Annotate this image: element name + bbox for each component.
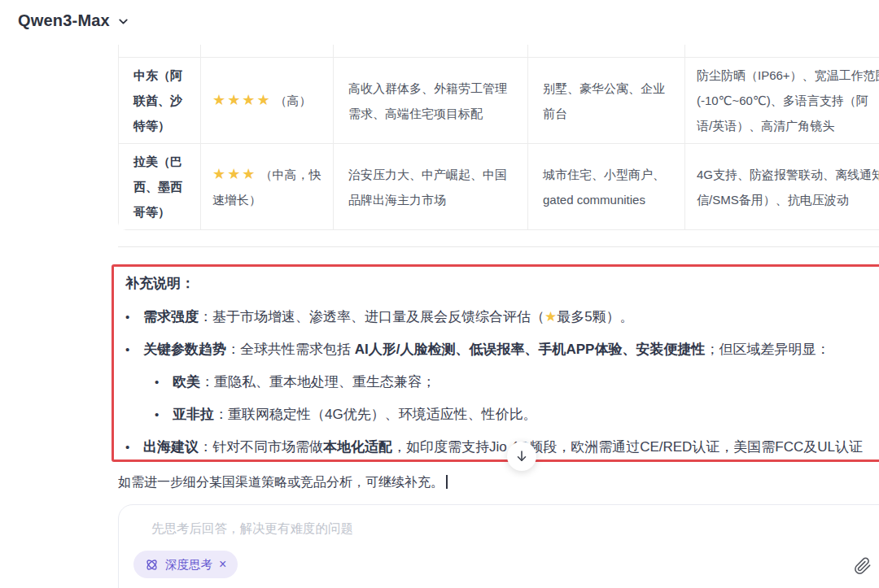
model-selector[interactable]: Qwen3-Max: [18, 11, 130, 30]
table-row-partial: [118, 45, 879, 58]
table-cell-scene: 别墅、豪华公寓、企业前台: [528, 58, 685, 144]
highlight-box: 补充说明： • 需求强度：基于市场增速、渗透率、进口量及展会反馈综合评估（★最多…: [112, 264, 879, 462]
table-cell-rating: ★★★★（高）: [201, 58, 334, 144]
table-cell-empty: [201, 45, 334, 58]
chat-page: Qwen3-Max 中东（阿联酋、沙特等） ★★★★（高） 高收入群体多、外籍劳…: [0, 0, 879, 588]
bullet-text: 出海建议：针对不同市场需做本地化适配，如印度需支持Jio 4G频段，欧洲需通过C…: [143, 436, 863, 458]
bullet-text: 亚非拉：重联网稳定性（4G优先）、环境适应性、性价比。: [173, 403, 537, 425]
star-rating-icon: ★★★: [212, 166, 256, 182]
table-cell-params: 防尘防晒（IP66+）、宽温工作范围 (-10℃~60℃)、多语言支持（阿 语/…: [685, 58, 879, 144]
followup-label: 如需进一步细分某国渠道策略或竞品分析，可继续补充。: [118, 475, 444, 489]
bullet-icon: •: [125, 436, 143, 458]
table-cell-empty: [528, 45, 685, 58]
table-row: 中东（阿联酋、沙特等） ★★★★（高） 高收入群体多、外籍劳工管理需求、高端住宅…: [118, 58, 879, 144]
bullet-text: 关键参数趋势：全球共性需求包括 AI人形/人脸检测、低误报率、手机APP体验、安…: [143, 338, 829, 360]
bullet-icon: •: [125, 306, 143, 328]
table-cell-rating: ★★★（中高，快速增长）: [201, 144, 334, 230]
text-cursor: [446, 475, 448, 489]
bullet-text: 欧美：重隐私、重本地处理、重生态兼容；: [173, 371, 435, 393]
bullet-text: 需求强度：基于市场增速、渗透率、进口量及展会反馈综合评估（★最多5颗）。: [143, 306, 634, 328]
star-rating-icon: ★★★★: [212, 92, 272, 108]
table-row: 拉美（巴西、墨西哥等） ★★★（中高，快速增长） 治安压力大、中产崛起、中国品牌…: [118, 144, 879, 230]
table-cell-demand: 治安压力大、中产崛起、中国品牌出海主力市场: [334, 144, 528, 230]
star-rating-label: （高）: [275, 94, 312, 107]
deep-think-label: 深度思考: [165, 557, 212, 573]
supplement-bullet: • 关键参数趋势：全球共性需求包括 AI人形/人脸检测、低误报率、手机APP体验…: [125, 338, 879, 360]
deep-think-chip[interactable]: 深度思考 ×: [133, 551, 238, 578]
deep-think-icon: [145, 558, 159, 572]
attach-button[interactable]: [854, 557, 872, 575]
table-cell-empty: [685, 45, 879, 58]
model-name: Qwen3-Max: [18, 11, 110, 30]
table-cell-params: 4G支持、防盗报警联动、离线通知（微 信/SMS备用）、抗电压波动: [685, 144, 879, 230]
followup-text: 如需进一步细分某国渠道策略或竞品分析，可继续补充。: [118, 474, 448, 491]
table-cell-empty: [334, 45, 528, 58]
bullet-icon: •: [155, 403, 173, 425]
bullet-icon: •: [155, 371, 173, 393]
market-table: 中东（阿联酋、沙特等） ★★★★（高） 高收入群体多、外籍劳工管理需求、高端住宅…: [118, 45, 879, 230]
section-divider: [118, 246, 879, 247]
supplement-sub-bullet: • 亚非拉：重联网稳定性（4G优先）、环境适应性、性价比。: [155, 403, 879, 425]
supplement-sub-bullet: • 欧美：重隐私、重本地处理、重生态兼容；: [155, 371, 879, 393]
table-cell-demand: 高收入群体多、外籍劳工管理需求、高端住宅项目标配: [334, 58, 528, 144]
bullet-icon: •: [125, 338, 143, 360]
supplement-bullet: • 需求强度：基于市场增速、渗透率、进口量及展会反馈综合评估（★最多5颗）。: [125, 306, 879, 328]
table-cell-region: 中东（阿联酋、沙特等）: [118, 58, 201, 144]
supplement-bullet: • 出海建议：针对不同市场需做本地化适配，如印度需支持Jio 4G频段，欧洲需通…: [125, 436, 879, 458]
input-placeholder: 先思考后回答，解决更有难度的问题: [151, 520, 353, 538]
table-cell-empty: [118, 45, 201, 58]
message-input[interactable]: 先思考后回答，解决更有难度的问题 深度思考 ×: [118, 504, 879, 588]
chevron-down-icon: [116, 15, 130, 28]
supplement-title: 补充说明：: [125, 274, 879, 294]
close-icon[interactable]: ×: [219, 558, 226, 571]
table-cell-scene: 城市住宅、小型商户、gated communities: [528, 144, 685, 230]
arrow-down-icon: [514, 449, 529, 464]
scroll-to-bottom-button[interactable]: [507, 442, 536, 471]
table-cell-region: 拉美（巴西、墨西哥等）: [118, 144, 201, 230]
